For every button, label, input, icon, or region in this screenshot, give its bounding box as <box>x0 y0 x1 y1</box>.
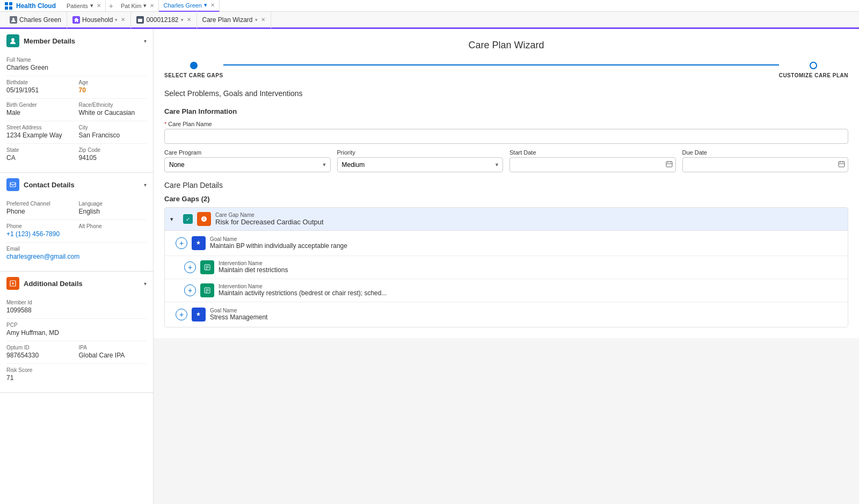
chevron-down-icon[interactable]: ▾ <box>90 2 93 9</box>
close-icon[interactable]: ✕ <box>121 17 125 23</box>
email-field: Email charlesgreen@gmail.com <box>6 246 147 260</box>
svg-rect-1 <box>9 2 12 5</box>
app-grid-icon <box>4 2 13 10</box>
close-icon[interactable]: ✕ <box>261 17 265 23</box>
goal-icon <box>192 236 206 250</box>
chevron-down-icon[interactable]: ▾ <box>255 17 258 23</box>
step-1-dot <box>190 62 198 69</box>
person-icon <box>10 16 17 24</box>
contact-details-header[interactable]: Contact Details ▾ <box>0 173 153 196</box>
tab-charles-green[interactable]: Charles Green ▾ ✕ <box>159 0 220 12</box>
ipa-field: IPA Global Care IPA <box>79 345 147 359</box>
tab-patients[interactable]: Patients ▾ ✕ <box>62 0 106 12</box>
close-icon[interactable]: ✕ <box>187 17 191 23</box>
svg-rect-3 <box>9 6 12 10</box>
household-icon <box>72 16 80 24</box>
alt-phone-field: Alt Phone <box>79 223 147 238</box>
due-date-input[interactable] <box>682 157 849 172</box>
step-connector <box>223 64 779 65</box>
birthdate-field: Birthdate 05/19/1951 <box>6 79 75 94</box>
intervention-add-button-1[interactable]: + <box>184 261 196 273</box>
sub-nav-label: Charles Green <box>19 16 61 24</box>
svg-rect-15 <box>839 162 845 167</box>
member-details-header[interactable]: Member Details ▾ <box>0 29 153 53</box>
calendar-icon[interactable] <box>838 160 845 169</box>
priority-label: Priority <box>337 149 504 156</box>
start-date-field: Start Date <box>509 149 676 172</box>
svg-rect-11 <box>666 162 672 167</box>
gap-chevron-icon[interactable]: ▾ <box>170 216 179 223</box>
stress-goal-info: Goal Name Stress Management <box>210 308 842 321</box>
intervention-row-1: + Intervention Name Maintain diet restri… <box>165 256 848 279</box>
age-field: Age 70 <box>79 79 147 94</box>
sub-nav-account[interactable]: 000012182 ▾ ✕ <box>131 11 196 28</box>
sub-nav-household[interactable]: Household ▾ ✕ <box>67 11 131 28</box>
care-plan-name-field: Care Plan Name <box>164 121 848 144</box>
care-program-select-wrapper: None Cardiac Care Diabetes Management <box>164 157 331 172</box>
due-date-label: Due Date <box>682 149 849 156</box>
svg-point-4 <box>12 18 14 20</box>
zip-code-field: Zip Code 94105 <box>79 147 147 162</box>
left-panel: Member Details ▾ Full Name Charles Green… <box>0 29 154 504</box>
goal-row-2: + Goal Name Stress Management <box>165 302 848 327</box>
right-panel: Care Plan Wizard SELECT CARE GAPS CUSTOM… <box>154 29 859 504</box>
pcp-field: PCP Amy Huffman, MD <box>6 322 147 337</box>
section-chevron-icon[interactable]: ▾ <box>144 38 147 44</box>
sub-nav-charles-green[interactable]: Charles Green <box>4 11 67 28</box>
start-date-wrapper <box>509 157 676 172</box>
chevron-down-icon[interactable]: ▾ <box>204 2 207 9</box>
sub-nav-bar: Charles Green Household ▾ ✕ 000012182 ▾ … <box>0 12 859 29</box>
care-plan-name-input[interactable] <box>164 129 848 144</box>
svg-rect-0 <box>5 2 8 5</box>
close-icon[interactable]: ✕ <box>210 2 215 8</box>
birth-gender-field: Birth Gender Male <box>6 102 75 116</box>
additional-details-body: Member Id 1099588 PCP Amy Huffman, MD Op… <box>0 295 153 392</box>
additional-details-section: Additional Details ▾ Member Id 1099588 P… <box>0 272 153 393</box>
chevron-down-icon[interactable]: ▾ <box>115 17 118 23</box>
tab-pat-kim[interactable]: Pat Kim ▾ ✕ <box>117 0 159 12</box>
intervention-add-button-2[interactable]: + <box>184 284 196 296</box>
chevron-down-icon[interactable]: ▾ <box>181 17 184 23</box>
gap-checkbox[interactable]: ✓ <box>183 214 193 224</box>
sub-nav-care-plan-wizard[interactable]: Care Plan Wizard ▾ ✕ <box>197 11 271 28</box>
full-name-field: Full Name Charles Green <box>6 57 147 71</box>
state-field: State CA <box>6 147 75 162</box>
gap-info: Care Gap Name Risk for Decreased Cardiac… <box>215 212 842 226</box>
sub-nav-label: Household <box>82 16 113 24</box>
close-icon[interactable]: ✕ <box>97 3 101 9</box>
intervention-row-2: + Intervention Name Maintain activity re… <box>165 279 848 302</box>
chevron-down-icon[interactable]: ▾ <box>143 2 147 9</box>
add-tab-button[interactable]: + <box>106 1 117 11</box>
language-field: Language English <box>79 201 147 215</box>
intervention-icon-1 <box>200 260 214 274</box>
svg-rect-7 <box>10 182 16 187</box>
race-ethnicity-field: Race/Ethnicity White or Caucasian <box>79 102 147 116</box>
preferred-channel-field: Preferred Channel Phone <box>6 201 75 215</box>
care-plan-name-row: Care Plan Name <box>164 121 848 144</box>
care-program-select[interactable]: None Cardiac Care Diabetes Management <box>164 157 331 172</box>
sub-nav-label: Care Plan Wizard <box>202 16 253 24</box>
city-field: City San Francisco <box>79 125 147 139</box>
member-id-field: Member Id 1099588 <box>6 300 147 314</box>
svg-point-6 <box>11 38 14 41</box>
close-icon[interactable]: ✕ <box>150 3 154 9</box>
goal-add-button[interactable]: + <box>176 237 187 249</box>
goal-add-button-2[interactable]: + <box>176 309 187 320</box>
step-2-dot <box>810 62 817 69</box>
wizard-content: Select Problems, Goals and Interventions… <box>154 89 859 338</box>
start-date-input[interactable] <box>509 157 676 172</box>
additional-details-header[interactable]: Additional Details ▾ <box>0 272 153 295</box>
priority-select[interactable]: Low Medium High <box>337 157 504 172</box>
app-brand: Health Cloud <box>4 2 56 10</box>
contact-details-body: Preferred Channel Phone Language English… <box>0 196 153 271</box>
due-date-wrapper <box>682 157 849 172</box>
member-icon <box>6 34 19 47</box>
calendar-icon[interactable] <box>666 160 673 169</box>
section-chevron-icon[interactable]: ▾ <box>144 182 147 188</box>
sub-nav-label: 000012182 <box>146 16 178 24</box>
wizard-title: Care Plan Wizard <box>154 29 859 56</box>
intervention-info-1: Intervention Name Maintain diet restrict… <box>219 260 842 274</box>
select-problems-heading: Select Problems, Goals and Interventions <box>164 89 848 101</box>
main-layout: Member Details ▾ Full Name Charles Green… <box>0 29 859 504</box>
section-chevron-icon[interactable]: ▾ <box>144 281 147 287</box>
